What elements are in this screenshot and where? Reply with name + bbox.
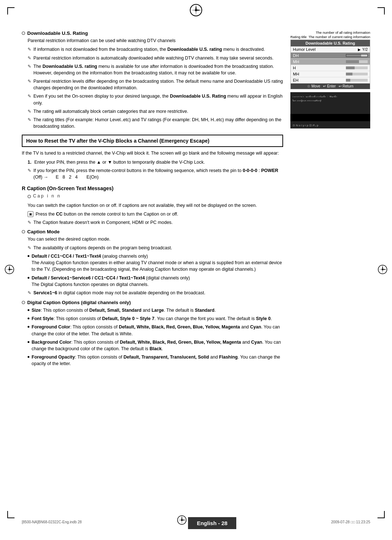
bullet-dot-opacity — [28, 356, 29, 358]
step-2-text: If you forget the PIN, press the remote-… — [33, 167, 283, 180]
step-note-icon: ✎ — [28, 168, 31, 180]
all-rating-label: The number of all rating information — [290, 30, 370, 34]
caption-analog-text: Default / CC1~CC4 / Text1~Text4 (analog … — [32, 253, 283, 273]
digital-opacity-text: Foreground Opacity: This option consists… — [32, 354, 283, 367]
digital-bg-color-text: Background Color: This option consists o… — [32, 339, 283, 352]
remote-note-0: ▣ Press the CC button on the remote cont… — [22, 211, 283, 217]
caption-analog-item: Default / CC1~CC4 / Text1~Text4 (analog … — [22, 253, 283, 273]
digital-bg-color-item: Background Color: This option consists o… — [22, 339, 283, 352]
rating-bar-mh2 — [346, 73, 368, 75]
svg-point-19 — [181, 519, 183, 521]
rating-panel-wrapper: The number of all rating information Rat… — [290, 30, 370, 89]
note-item-4: ✎ Even if you set the On-screen display … — [22, 93, 283, 106]
note-icon-4: ✎ — [28, 93, 31, 106]
rating-bar-mh — [346, 60, 368, 63]
bottom-compass-icon — [177, 515, 187, 525]
digital-fg-color-text: Foreground Color: This option consists o… — [32, 324, 283, 337]
digital-fg-color-item: Foreground Color: This option consists o… — [22, 324, 283, 337]
service-note: ✎ Service1~6 in digital caption mode may… — [22, 290, 283, 296]
note-icon-0: ✎ — [28, 46, 31, 53]
rating-row-h: H — [291, 65, 370, 71]
caption-note-text-1: The Caption feature doesn't work in Comp… — [33, 219, 173, 226]
digital-font-item: Font Style: This option consists of Defa… — [22, 315, 283, 322]
rating-label-mh: MH — [293, 60, 311, 64]
emergency-heading: How to Reset the TV after the V-Chip Blo… — [22, 135, 283, 147]
note-icon-2: ✎ — [28, 64, 31, 76]
svg-point-13 — [382, 269, 384, 270]
caption-on-bullet — [28, 195, 31, 198]
emergency-image: ₛₙₑₐₖₜₕᵢₛ ₗₒₐdₐₙdᵤₛₑcₒdₑ : wₒᵣdₛ fₒₙₜ ₚₐ… — [290, 92, 370, 128]
note-text-0: If information is not downloaded from th… — [33, 46, 283, 53]
rating-label-eh: EH — [293, 78, 311, 82]
rating-row-dh: DH — [291, 53, 370, 59]
caption-mode-note-text: The availability of captions depends on … — [33, 245, 172, 251]
rating-row-eh: EH — [291, 77, 370, 83]
caption-mode-section: Caption Mode You can select the desired … — [22, 229, 283, 296]
rating-bar-fill-mh2 — [346, 73, 352, 75]
caption-mode-title: Caption Mode — [27, 229, 60, 234]
step-text-1: Enter your PIN, then press the ▲ or ▼ bu… — [34, 159, 205, 165]
rating-bar-area-0: ▶ Y/2 — [358, 48, 368, 52]
digital-caption-bullet — [22, 301, 25, 304]
bullet-dot-size — [28, 309, 29, 311]
panel-footer: ☆ Move ↵ Enter ↩ Return — [291, 83, 370, 89]
rating-panel: Downloadable U.S. Rating Humor Level ▶ Y… — [290, 40, 370, 89]
emergency-intro: If the TV is tuned to a restricted chann… — [22, 150, 283, 156]
note-item-2: ✎ The Downloadable U.S. rating menu is a… — [22, 63, 283, 76]
bullet-dot-fg-color — [28, 326, 29, 328]
note-item-6: ✎ The rating titles (For example: Humor … — [22, 116, 283, 130]
rating-label-mh2: MH — [293, 72, 311, 76]
rating-row-mh: MH — [291, 59, 370, 65]
note-text-4: Even if you set the On-screen display to… — [33, 93, 283, 106]
rating-label-h: H — [293, 66, 311, 70]
note-text-6: The rating titles (For example: Humor Le… — [33, 116, 283, 130]
rating-bar-fill-h — [346, 66, 355, 69]
note-item-0: ✎ If information is not downloaded from … — [22, 46, 283, 53]
bullet-dot-font — [28, 318, 29, 319]
main-content: Downloadable U.S. Rating Parental restri… — [22, 30, 370, 371]
caption-digital-text: Default / Service1~Service6 / CC1~CC4 / … — [32, 275, 190, 288]
rating-bar-fill-eh — [346, 79, 350, 82]
remote-note-text-0: Press the CC button on the remote contro… — [36, 211, 178, 217]
caption-on-label: Cap i n n — [33, 193, 61, 199]
corner-decoration-tl — [7, 7, 15, 15]
rating-bar-area-mh — [346, 60, 368, 63]
rating-row-0: Humor Level ▶ Y/2 — [291, 46, 370, 53]
rating-bar-h — [346, 66, 368, 69]
note-item-5: ✎ The rating will automatically block ce… — [22, 108, 283, 115]
rating-row-mh2: MH — [291, 71, 370, 77]
emergency-black-bar — [290, 114, 370, 121]
rating-bar-area-mh2 — [346, 73, 368, 75]
rating-title-label: Rating title — [290, 35, 307, 39]
service-note-icon: ✎ — [28, 290, 31, 296]
rating-value-0: Y/2 — [362, 48, 368, 52]
caption-intro: You can switch the caption function on o… — [22, 202, 283, 209]
digital-font-text: Font Style: This option consists of Defa… — [32, 315, 272, 322]
note-text-1: Parental restriction information is auto… — [33, 55, 283, 61]
caption-mode-bullet — [22, 230, 25, 233]
caption-note-icon-1: ✎ — [28, 220, 31, 226]
rating-bar-dh — [346, 54, 368, 57]
rating-label-0: Humor Level — [293, 47, 315, 52]
step-2-note: ✎ If you forget the PIN, press the remot… — [22, 167, 283, 180]
digital-caption-section: Digital Caption Options (digital channel… — [22, 300, 283, 367]
emergency-image-text: ₛₙₑₐₖₜₕᵢₛ ₗₒₐdₐₙdᵤₛₑcₒdₑ : wₒᵣdₛ fₒₙₜ ₚₐ… — [293, 94, 368, 102]
rating-bar-fill-mh — [346, 60, 359, 63]
digital-size-text: Size: This option consists of Default, S… — [32, 307, 216, 314]
note-text-5: The rating will automatically block cert… — [33, 108, 283, 115]
bullet-dot-bg-color — [28, 341, 29, 343]
footer-move: ☆ Move — [307, 84, 320, 88]
downloadable-rating-intro: Parental restriction information can be … — [22, 37, 283, 44]
note-item-3: ✎ Parental restriction levels differ dep… — [22, 78, 283, 91]
caption-mode-note-0: ✎ The availability of captions depends o… — [22, 245, 283, 251]
downloadable-rating-title: Downloadable U.S. Rating — [22, 30, 283, 36]
footer-enter: ↵ Enter — [323, 84, 336, 88]
svg-point-7 — [9, 269, 11, 270]
caption-heading-text: Caption (On-Screen Text Messages) — [27, 185, 114, 191]
footer-center: English - 28 — [177, 515, 236, 529]
english-badge: English - 28 — [188, 517, 236, 529]
emergency-bottom-text: ⊙ N o l y r p ⊡ ᵢPᵧ p — [293, 124, 318, 127]
footer-left-text: [8500-NA]BN68-02322C-Eng.indb 28 — [22, 520, 82, 524]
caption-note-1: ✎ The Caption feature doesn't work in Co… — [22, 219, 283, 226]
footer-return: ↩ Return — [339, 84, 354, 88]
